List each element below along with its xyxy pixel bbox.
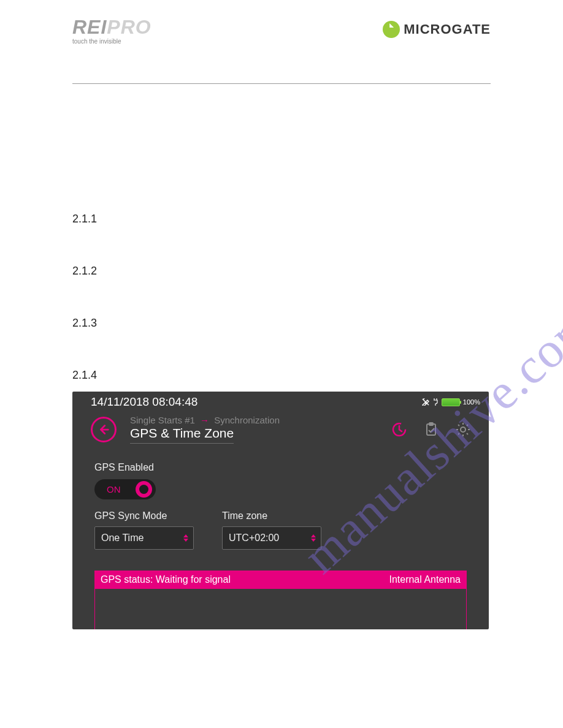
tab-gps-time[interactable] [391, 421, 408, 438]
tab-settings[interactable] [454, 421, 472, 438]
sync-mode-select[interactable]: One Time [94, 526, 194, 550]
breadcrumb-arrow-icon: → [200, 415, 209, 425]
gps-enabled-toggle[interactable]: ON [94, 479, 156, 499]
gps-status-box [94, 589, 467, 629]
section-numbers: 2.1.1 2.1.2 2.1.3 2.1.4 [72, 213, 491, 382]
breadcrumb-item: Single Starts #1 [130, 415, 195, 425]
gps-enabled-label: GPS Enabled [94, 462, 467, 473]
logo-pro-text: PRO [107, 16, 151, 38]
toggle-state-label: ON [107, 484, 121, 495]
device-status-bar: 14/11/2018 08:04:48 100% [72, 392, 489, 409]
page-title: GPS & Time Zone [130, 426, 234, 444]
microgate-icon [383, 21, 400, 38]
back-button[interactable] [91, 417, 117, 442]
battery-icon [442, 398, 460, 406]
battery-percent: 100% [463, 398, 480, 406]
satellite-icon [422, 398, 429, 406]
tab-clipboard[interactable] [423, 421, 440, 438]
timezone-select[interactable]: UTC+02:00 [222, 526, 321, 550]
device-screenshot: 14/11/2018 08:04:48 100% Single Starts #… [72, 392, 489, 629]
section-number: 2.1.3 [72, 317, 491, 330]
plug-icon [432, 398, 439, 406]
stepper-icon [311, 534, 316, 542]
sync-mode-value: One Time [101, 533, 144, 544]
sync-mode-label: GPS Sync Mode [94, 510, 194, 521]
antenna-label: Internal Antenna [389, 574, 461, 585]
microgate-text: MICROGATE [404, 21, 491, 37]
logo-rei-text: REI [72, 16, 107, 38]
reipro-logo: REIPRO touch the invisible [72, 17, 151, 45]
gps-status-text: GPS status: Waiting for signal [101, 574, 231, 585]
timezone-label: Time zone [222, 510, 321, 521]
gps-status-bar: GPS status: Waiting for signal Internal … [94, 571, 467, 589]
breadcrumb: Single Starts #1 → Synchronization [130, 415, 280, 425]
page-header: REIPRO touch the invisible MICROGATE [72, 17, 491, 61]
section-number: 2.1.4 [72, 369, 491, 382]
toggle-knob-icon [136, 481, 152, 498]
datetime-label: 14/11/2018 08:04:48 [91, 395, 197, 409]
logo-tagline: touch the invisible [72, 38, 121, 45]
stepper-icon [183, 534, 188, 542]
breadcrumb-item: Synchronization [214, 415, 280, 425]
svg-point-4 [461, 427, 465, 432]
section-number: 2.1.1 [72, 213, 491, 226]
section-number: 2.1.2 [72, 265, 491, 278]
header-divider [72, 83, 491, 84]
microgate-logo: MICROGATE [383, 21, 491, 38]
timezone-value: UTC+02:00 [229, 533, 279, 544]
